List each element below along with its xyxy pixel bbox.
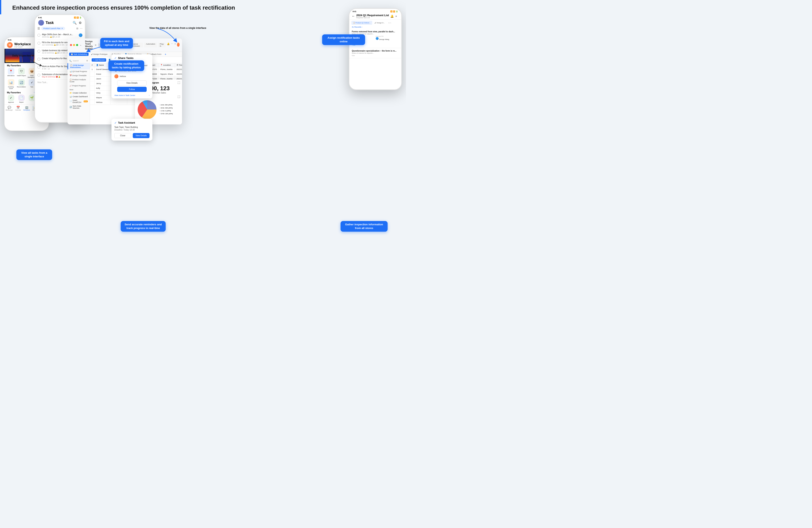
app-attendance[interactable]: 📍 Attendance <box>6 68 16 79</box>
ta-view-details-btn[interactable]: View Details <box>133 133 149 138</box>
app-approval-label: Approval <box>8 101 14 103</box>
app-inventory-count[interactable]: 📊 Inventory Count <box>6 79 16 90</box>
sidebar-create-collection[interactable]: 📁 Create Collection <box>68 91 90 95</box>
app-attendance-label: Attendance <box>8 75 15 76</box>
nav-workplace[interactable]: 🏢 Workplace <box>23 106 30 111</box>
sliders-icon[interactable]: ⊞ <box>76 27 78 30</box>
sidebar-item-ccm[interactable]: 📋 CCM Design Instructions <box>68 63 90 69</box>
hamburger-icon[interactable]: ☰ <box>38 27 40 30</box>
filter-chip-plan[interactable]: Product Launch Plan ✕ <box>41 27 65 30</box>
phone3-subtitle: Required Task List <box>356 17 389 19</box>
app-inventory-count-label: Inventory Count <box>6 86 16 90</box>
app-health-report[interactable]: 🛡 Health Report <box>17 68 26 79</box>
col-location: 📍 Location <box>159 63 175 67</box>
task-checkbox-2[interactable] <box>38 42 40 45</box>
nav-messenger[interactable]: 💬 Messenger <box>6 106 13 111</box>
sidebar-item-progress[interactable]: 📈 Project Progress <box>68 84 90 88</box>
my-favs-label: My Favorites <box>7 91 21 94</box>
phone3-back-icon[interactable]: ← <box>352 14 355 18</box>
sidebar-insert-excel[interactable]: 📄 Insert Excel/CSV Beta <box>68 98 90 104</box>
page-title: Enhanced store inspection process ensure… <box>12 4 235 12</box>
callout-send-reminders-bottom: Send accurate reminders and track progre… <box>121 221 166 232</box>
sidebar-sync-data[interactable]: 🔄 Sync Data Sources <box>68 104 90 110</box>
follow-btn[interactable]: Follow <box>117 87 147 92</box>
sidebar-create-dashboard[interactable]: 📊 Create Dashboard <box>68 95 90 98</box>
arrow-callout-fill-to-phone2 <box>86 45 102 53</box>
col-timing: ⏱ Timing <box>175 63 182 67</box>
task-checkbox-6[interactable] <box>38 74 40 76</box>
phone3-pm-label: Execute PM <box>376 35 399 37</box>
phone3-item2-subtitle: Notes of reasons for adjustm... <box>352 52 399 54</box>
phone3-bell-icon[interactable]: 🔔 <box>390 15 394 18</box>
ta-buttons: Close View Details <box>114 133 149 138</box>
expand-pie-icon[interactable]: ⛶ <box>177 96 180 98</box>
phone2-settings-icon[interactable]: ⚙ <box>79 21 82 25</box>
pie-chart-svg <box>137 99 158 120</box>
share-popup-title: Share Tasks <box>118 56 133 59</box>
callout-create-rectification: Create rectification tasks by taking pho… <box>108 60 144 71</box>
search-icon-sidebar[interactable]: 🔍 <box>69 60 72 62</box>
ta-close-btn[interactable]: Close <box>114 133 131 138</box>
app-report[interactable]: 📄 Report <box>17 95 26 103</box>
phone3-tab-2[interactable]: 🖌 Design D... <box>373 21 387 25</box>
add-record-btn[interactable]: + Add Record <box>92 58 106 61</box>
phone2-header: Task 🔍 ⚙ <box>35 19 85 27</box>
ta-title: Task Assistant <box>118 122 135 124</box>
maximize-btn[interactable] <box>76 44 78 46</box>
ta-header: ✓ Task Assistant <box>114 121 149 125</box>
close-sidebar-icon[interactable]: ✕ <box>86 59 88 62</box>
phone3-item1-title: Forms removed from view, parallel to das… <box>352 30 399 33</box>
nav-calendar[interactable]: 📅 Calendar <box>15 106 21 111</box>
task-meta-1: 18:00 Due 🔔 💬 | ⊝ 0/5 <box>42 36 77 38</box>
sidebar-item-q3[interactable]: 📊 Q3 Goal Progress <box>68 69 90 73</box>
task-checkbox-1[interactable] <box>38 34 40 37</box>
ta-deadline: Deadline: Today 18:30 <box>114 129 149 131</box>
phone3-tabs: 📋 Product Q1 Deliver... 🖌 Design D... ⋯ <box>349 20 401 26</box>
task-avatar-1 <box>79 33 83 37</box>
phone2-status-bar: 9:41 📶 🛜 🔋 <box>35 15 85 19</box>
filter-actions[interactable]: ⊞ ⋯ <box>76 27 83 30</box>
callout-view-all-tasks: View all tasks from a single interface <box>16 149 52 160</box>
view-details-btn[interactable]: View Details <box>117 81 147 86</box>
app-reconciliation[interactable]: 🔄 Reconciliation <box>17 79 26 90</box>
phone3-item2-title: Questionnaire specialization – the form … <box>352 50 399 52</box>
sidebar-section-new: New <box>68 88 90 91</box>
task-checkbox-3[interactable] <box>38 50 40 53</box>
chip-close-icon[interactable]: ✕ <box>61 27 63 29</box>
ta-topic: Task Topic: Team Building <box>114 126 149 128</box>
search-bar-sidebar[interactable]: 🔍 Search ✕ <box>68 58 90 63</box>
phone3-add-icon[interactable]: + <box>395 15 397 18</box>
nav-back[interactable]: ← <box>80 44 82 46</box>
minimize-btn[interactable] <box>73 44 75 46</box>
callout-gather-bottom: Gather inspection information from all s… <box>340 221 388 232</box>
phone1-avatar: W <box>7 42 13 48</box>
close-btn[interactable] <box>70 44 72 46</box>
app-approval[interactable]: ✓ Approval <box>6 95 16 103</box>
automation-btn[interactable]: Automation <box>144 43 157 47</box>
phone3-title: 2024 Q1 Requirement List <box>356 14 389 17</box>
arrow-daily-to-phone1 <box>27 55 43 68</box>
app-report-label: Report <box>19 101 24 103</box>
desktop-sidebar: 🔍 Search ✕ 📋 CCM Design Instructions 📊 Q… <box>68 57 90 125</box>
sidebar-item-product[interactable]: 📋 Product Analysis Guide <box>68 77 90 84</box>
pie-legend: ─ A Kit: 250 (25%) ─ B Kit: 400 (40%) ─ … <box>159 103 173 115</box>
phone2-search-icon[interactable]: 🔍 <box>73 21 77 25</box>
phone3-item-2[interactable]: Questionnaire specialization – the form … <box>349 48 401 58</box>
view-more-in-task-center[interactable]: View more in Task Center › <box>112 93 153 98</box>
phone3-nav-icons[interactable]: 🔔 + <box>390 15 397 18</box>
more-icon[interactable]: ⋯ <box>80 27 83 30</box>
share-check-icon: ✓ <box>114 56 117 59</box>
phone2-header-icons[interactable]: 🔍 ⚙ <box>73 21 82 25</box>
expand-icon[interactable]: ⛶ <box>177 82 180 84</box>
phone3-tab-1[interactable]: 📋 Product Q1 Deliver... <box>351 21 372 25</box>
share-user-name: Melissa <box>120 75 126 77</box>
col-num: # <box>90 63 95 67</box>
share-user-row: Melissa <box>112 73 153 79</box>
phone3-tab-more[interactable]: ⋯ <box>387 21 392 25</box>
sidebar-item-timetable[interactable]: 📅 Design Timetable <box>68 73 90 77</box>
tab-add[interactable]: + <box>164 53 167 56</box>
tab-task-scheduling[interactable]: 📋 Task Scheduling <box>69 53 89 56</box>
phone3-item2-fields: Date <box>352 55 399 56</box>
phone2-title: Task <box>46 21 54 25</box>
share-popup-header: ✓ Share Tasks <box>112 54 153 61</box>
